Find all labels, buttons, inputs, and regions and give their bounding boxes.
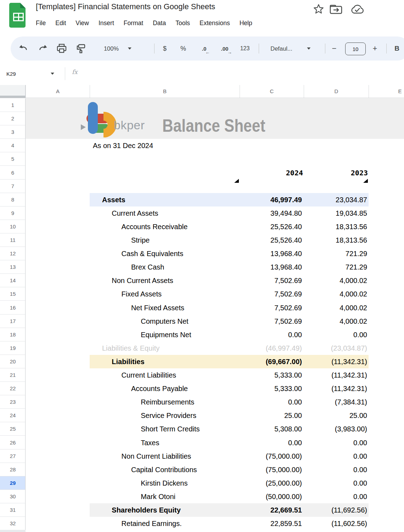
sheet-row-21[interactable]: Current Liabilities5,333.00(11,342.31)	[90, 368, 369, 382]
row-header-12[interactable]: 12	[0, 247, 26, 260]
document-title[interactable]: [Templates] Financial Statements on Goog…	[36, 2, 215, 11]
google-sheets-logo-icon[interactable]	[9, 3, 26, 28]
row-header-4[interactable]: 4	[0, 139, 26, 152]
spreadsheet-canvas[interactable]: bkper Balance Sheet As on 31 Dec 2024 20…	[26, 98, 404, 532]
row-header-17[interactable]: 17	[0, 315, 26, 328]
toolbar-divider	[386, 44, 387, 53]
sheet-row-18[interactable]: Equipments Net0.000.00	[90, 328, 369, 341]
name-box[interactable]: K29	[6, 62, 16, 85]
select-all-corner[interactable]	[0, 85, 26, 98]
zoom-select[interactable]: 100%	[104, 36, 131, 61]
sheet-row-32[interactable]: Retained Earnings.22,859.51(11,602.56)	[90, 517, 369, 530]
paint-format-button[interactable]	[76, 36, 86, 61]
sheet-row-22[interactable]: Accounts Payable5,333.00(11,342.31)	[90, 382, 369, 395]
move-to-folder-icon[interactable]	[330, 5, 342, 14]
row-header-16[interactable]: 16	[0, 301, 26, 315]
row-header-21[interactable]: 21	[0, 368, 26, 382]
row-header-32[interactable]: 32	[0, 517, 26, 530]
row-header-18[interactable]: 18	[0, 328, 26, 341]
column-header-C[interactable]: C	[240, 85, 304, 98]
sheet-row-12[interactable]: Cash & Equivalents13,968.40721.29	[90, 247, 369, 260]
sheet-row-23[interactable]: Reimbursements0.00(7,384.31)	[90, 395, 369, 409]
bold-button[interactable]: B	[394, 36, 399, 61]
row-header-11[interactable]: 11	[0, 233, 26, 247]
row-header-13[interactable]: 13	[0, 260, 26, 274]
sheet-row-9[interactable]: Current Assets39,494.8019,034.85	[90, 206, 369, 220]
row-header-15[interactable]: 15	[0, 287, 26, 301]
row-header-7[interactable]: 7	[0, 180, 26, 193]
undo-button[interactable]	[19, 36, 29, 61]
row-header-8[interactable]: 8	[0, 193, 26, 206]
column-header-E[interactable]: E	[369, 85, 404, 98]
format-currency-button[interactable]: $	[163, 36, 167, 61]
sheet-row-30[interactable]: Mark Otoni(50,000.00)0.00	[90, 490, 369, 503]
column-header-A[interactable]: A	[26, 85, 90, 98]
menu-help[interactable]: Help	[236, 17, 256, 29]
row-header-26[interactable]: 26	[0, 436, 26, 449]
menu-format[interactable]: Format	[120, 17, 146, 29]
formula-input[interactable]	[85, 62, 404, 85]
row-header-10[interactable]: 10	[0, 220, 26, 233]
decrease-font-size-button[interactable]: −	[332, 36, 337, 61]
sheet-row-13[interactable]: Brex Cash13,968.40721.29	[90, 260, 369, 274]
sheet-row-8[interactable]: Assets46,997.4923,034.87	[90, 193, 369, 206]
sheet-row-24[interactable]: Service Providers25.0025.00	[90, 409, 369, 422]
row-header-20[interactable]: 20	[0, 355, 26, 368]
increase-font-size-button[interactable]: +	[373, 36, 377, 61]
cloud-saved-icon[interactable]	[350, 4, 365, 15]
menu-file[interactable]: File	[33, 17, 49, 29]
row-header-1[interactable]: 1	[0, 98, 26, 112]
sheet-row-25[interactable]: Short Term Credits5,308.00(3,983.00)	[90, 422, 369, 436]
row-header-30[interactable]: 30	[0, 490, 26, 503]
sheet-row-16[interactable]: Net Fixed Assets7,502.694,000.02	[90, 301, 369, 315]
row-header-2[interactable]: 2	[0, 112, 26, 125]
row-header-29[interactable]: 29	[0, 476, 26, 490]
menu-view[interactable]: View	[72, 17, 92, 29]
row-header-14[interactable]: 14	[0, 274, 26, 287]
print-button[interactable]	[56, 36, 67, 61]
year-header-2024: 2024	[286, 166, 303, 180]
font-select[interactable]: Defaul...	[270, 36, 310, 61]
account-label: Service Providers	[90, 409, 369, 422]
sheet-row-29[interactable]: Kirstin Dickens(25,000.00)0.00	[90, 476, 369, 490]
sheet-row-10[interactable]: Accounts Receivable25,526.4018,313.56	[90, 220, 369, 233]
increase-decimal-button[interactable]: .00→	[221, 36, 229, 61]
report-subtitle: As on 31 Dec 2024	[93, 139, 153, 152]
sheet-row-26[interactable]: Taxes0.000.00	[90, 436, 369, 449]
sheet-row-19[interactable]: Liabilities & Equity(46,997.49)(23,034.8…	[90, 341, 369, 355]
column-header-D[interactable]: D	[304, 85, 369, 98]
name-box-chevron-icon[interactable]	[51, 73, 54, 75]
sheet-row-28[interactable]: Capital Contributions(75,000.00)0.00	[90, 463, 369, 476]
row-header-23[interactable]: 23	[0, 395, 26, 409]
row-header-28[interactable]: 28	[0, 463, 26, 476]
sheet-row-31[interactable]: Shareholders Equity22,669.51(11,692.56)	[90, 503, 369, 517]
star-icon[interactable]	[313, 4, 324, 14]
sheet-row-27[interactable]: Non Current Liabilities(75,000.00)0.00	[90, 449, 369, 463]
more-formats-button[interactable]: 123	[240, 36, 250, 61]
font-size-input[interactable]: 10	[345, 43, 366, 55]
column-header-B[interactable]: B	[90, 85, 240, 98]
decrease-decimal-button[interactable]: .0←	[202, 36, 207, 61]
row-header-22[interactable]: 22	[0, 382, 26, 395]
menu-tools[interactable]: Tools	[172, 17, 193, 29]
menu-extensions[interactable]: Extensions	[196, 17, 233, 29]
row-header-5[interactable]: 5	[0, 152, 26, 166]
menu-edit[interactable]: Edit	[52, 17, 69, 29]
sheet-row-11[interactable]: Stripe25,526.4018,313.56	[90, 233, 369, 247]
row-header-19[interactable]: 19	[0, 341, 26, 355]
row-header-3[interactable]: 3	[0, 125, 26, 139]
row-header-31[interactable]: 31	[0, 503, 26, 517]
row-header-24[interactable]: 24	[0, 409, 26, 422]
sheet-row-20[interactable]: Liabilities(69,667.00)(11,342.31)	[90, 355, 369, 368]
row-header-27[interactable]: 27	[0, 449, 26, 463]
redo-button[interactable]	[38, 36, 47, 61]
menu-data[interactable]: Data	[150, 17, 169, 29]
row-header-9[interactable]: 9	[0, 206, 26, 220]
format-percent-button[interactable]: %	[180, 36, 186, 61]
sheet-row-17[interactable]: Computers Net7,502.694,000.02	[90, 315, 369, 328]
sheet-row-14[interactable]: Non Current Assets7,502.694,000.02	[90, 274, 369, 287]
row-header-6[interactable]: 6	[0, 166, 26, 180]
row-header-25[interactable]: 25	[0, 422, 26, 436]
sheet-row-15[interactable]: Fixed Assets7,502.694,000.02	[90, 287, 369, 301]
menu-insert[interactable]: Insert	[95, 17, 117, 29]
